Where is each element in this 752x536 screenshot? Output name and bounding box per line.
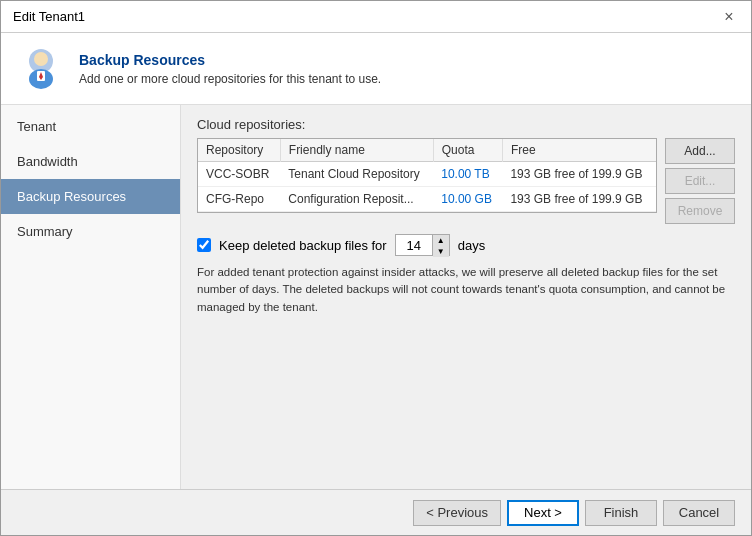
- cancel-button[interactable]: Cancel: [663, 500, 735, 526]
- table-row[interactable]: CFG-Repo Configuration Reposit... 10.00 …: [198, 187, 656, 212]
- header-text: Backup Resources Add one or more cloud r…: [79, 52, 381, 86]
- sidebar-item-tenant[interactable]: Tenant: [1, 109, 180, 144]
- col-repository: Repository: [198, 139, 280, 162]
- table-and-buttons: Repository Friendly name Quota Free VCC-…: [197, 138, 735, 224]
- add-button[interactable]: Add...: [665, 138, 735, 164]
- cell-free-1: 193 GB free of 199.9 GB: [502, 162, 656, 187]
- header-description: Add one or more cloud repositories for t…: [79, 72, 381, 86]
- edit-button[interactable]: Edit...: [665, 168, 735, 194]
- table-action-buttons: Add... Edit... Remove: [657, 138, 735, 224]
- table-row[interactable]: VCC-SOBR Tenant Cloud Repository 10.00 T…: [198, 162, 656, 187]
- cell-repo-2: CFG-Repo: [198, 187, 280, 212]
- dialog-title: Edit Tenant1: [13, 9, 85, 24]
- cell-fname-2: Configuration Reposit...: [280, 187, 433, 212]
- close-button[interactable]: ×: [719, 7, 739, 27]
- days-label: days: [458, 238, 485, 253]
- col-friendly-name: Friendly name: [280, 139, 433, 162]
- sidebar-item-bandwidth[interactable]: Bandwidth: [1, 144, 180, 179]
- keep-deleted-row: Keep deleted backup files for ▲ ▼ days: [197, 234, 735, 256]
- sidebar-item-backup-resources[interactable]: Backup Resources: [1, 179, 180, 214]
- title-bar: Edit Tenant1 ×: [1, 1, 751, 33]
- repositories-table-container: Repository Friendly name Quota Free VCC-…: [197, 138, 657, 213]
- content-area: Cloud repositories: Repository Friendly …: [181, 105, 751, 489]
- days-input[interactable]: [395, 234, 433, 256]
- cell-quota-2: 10.00 GB: [433, 187, 502, 212]
- cell-repo-1: VCC-SOBR: [198, 162, 280, 187]
- svg-point-1: [34, 52, 48, 66]
- spinner-up[interactable]: ▲: [433, 235, 449, 246]
- days-spinner: ▲ ▼: [395, 234, 450, 256]
- tenant-icon: [17, 45, 65, 93]
- dialog: Edit Tenant1 × Backup Resources Add one …: [0, 0, 752, 536]
- cell-fname-1: Tenant Cloud Repository: [280, 162, 433, 187]
- remove-button[interactable]: Remove: [665, 198, 735, 224]
- header-title: Backup Resources: [79, 52, 381, 68]
- cell-quota-1: 10.00 TB: [433, 162, 502, 187]
- col-quota: Quota: [433, 139, 502, 162]
- col-free: Free: [502, 139, 656, 162]
- cloud-repos-label: Cloud repositories:: [197, 117, 735, 132]
- sidebar-item-summary[interactable]: Summary: [1, 214, 180, 249]
- info-text: For added tenant protection against insi…: [197, 264, 735, 316]
- cell-free-2: 193 GB free of 199.9 GB: [502, 187, 656, 212]
- finish-button[interactable]: Finish: [585, 500, 657, 526]
- next-button[interactable]: Next >: [507, 500, 579, 526]
- keep-deleted-checkbox[interactable]: [197, 238, 211, 252]
- previous-button[interactable]: < Previous: [413, 500, 501, 526]
- main-content: Tenant Bandwidth Backup Resources Summar…: [1, 105, 751, 489]
- footer: < Previous Next > Finish Cancel: [1, 489, 751, 535]
- header-section: Backup Resources Add one or more cloud r…: [1, 33, 751, 105]
- spinner-controls: ▲ ▼: [433, 234, 450, 256]
- spinner-down[interactable]: ▼: [433, 246, 449, 257]
- sidebar: Tenant Bandwidth Backup Resources Summar…: [1, 105, 181, 489]
- keep-deleted-label: Keep deleted backup files for: [219, 238, 387, 253]
- repositories-table: Repository Friendly name Quota Free VCC-…: [198, 139, 656, 212]
